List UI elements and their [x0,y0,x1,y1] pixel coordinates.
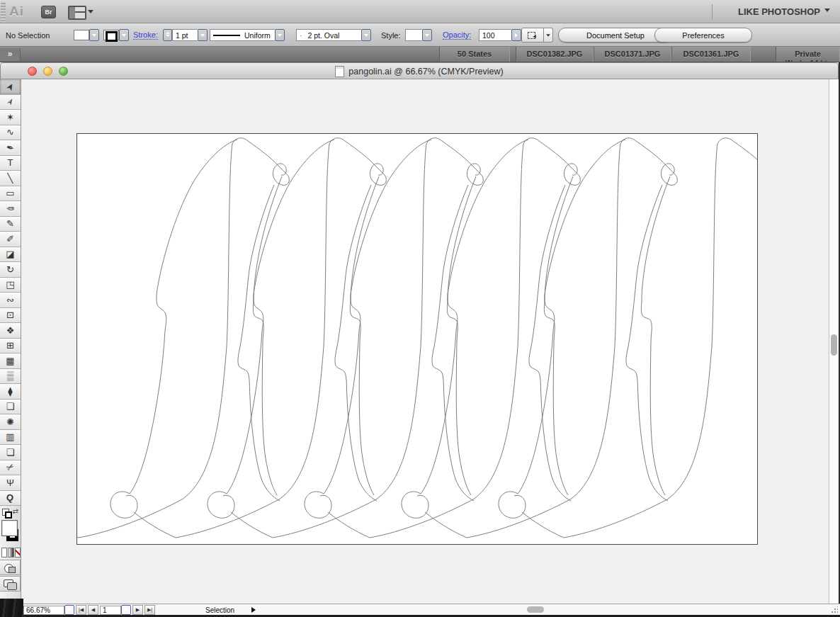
brush-definition-control[interactable]: Uniform [210,23,285,47]
appbar-grip[interactable] [1,1,6,22]
opacity-panel-link[interactable]: Opacity: [443,30,471,40]
artboard-number-caret-button[interactable] [121,605,131,615]
direct-selection-tool[interactable]: ➢ [0,95,21,111]
vertical-scrollbar-thumb[interactable] [831,334,837,356]
magic-wand-tool-icon: ✶ [6,112,14,123]
blob-brush-tool-icon: ✐ [6,234,14,244]
stroke-weight-control[interactable]: 1 pt [163,23,208,47]
graphic-style-caret-button[interactable] [422,29,432,41]
panel-collapse-chevron[interactable]: » [0,48,21,61]
opacity-caret-button[interactable] [511,29,521,41]
arrange-documents-icon[interactable] [68,6,86,20]
column-graph-tool[interactable]: ▥ [0,430,21,446]
shape-builder-tool[interactable]: ❖ [0,323,21,339]
stroke-weight-caret-button[interactable] [198,29,208,41]
paintbrush-tool[interactable]: ✏ [0,201,21,217]
fill-caret-button[interactable] [89,29,99,41]
previous-artboard-button[interactable]: ◀ [88,605,98,615]
width-profile-caret-button[interactable] [361,29,371,41]
background-doc-tab[interactable]: DSC01361.JPG [671,47,751,62]
pencil-tool[interactable]: ✎ [0,217,21,232]
blend-tool[interactable]: ❑ [0,400,21,415]
fill-stroke-indicator[interactable] [0,519,21,547]
eraser-tool[interactable]: ◪ [0,247,21,263]
scale-tool[interactable]: ◳ [0,278,21,293]
stroke-swatch[interactable] [103,30,119,40]
none-mode-button[interactable] [15,548,21,557]
lasso-tool[interactable]: ∿ [0,125,21,141]
status-bar: 66.67% |◀ ◀ 1 ▶ ▶| Selection [0,604,840,615]
tools-panel: ➤➢✶∿✒T╲▭✏✎✐◪↻◳∾⊡❖⊞▦▒⧫❑✺▥❏✂ΨQ ⇄ [0,79,21,599]
eraser-tool-icon: ◪ [6,249,14,259]
artboard-number-field[interactable]: 1 [100,606,121,615]
hand-tool[interactable]: Ψ [0,475,21,491]
symbol-sprayer-tool[interactable]: ✺ [0,414,21,430]
background-doc-tab[interactable]: PrivateWorks 14 htr [776,47,840,62]
line-segment-tool[interactable]: ╲ [0,171,21,186]
swap-fill-stroke-icon[interactable]: ⇄ [13,507,18,515]
free-transform-tool[interactable]: ⊡ [0,308,21,324]
zoom-level-caret-button[interactable] [64,605,74,615]
rectangle-tool[interactable]: ▭ [0,186,21,202]
artboard[interactable] [76,133,758,545]
status-mode-label[interactable]: Selection [205,606,234,614]
stroke-color-control[interactable] [103,23,129,47]
artboard-tool[interactable]: ❏ [0,445,21,460]
type-tool[interactable]: T [0,156,21,171]
workspace-caret-icon [824,9,830,15]
rotate-tool[interactable]: ↻ [0,262,21,278]
gradient-tool[interactable]: ▒ [0,369,21,385]
isolate-selected-object-button[interactable]: ➤ [521,28,544,43]
eyedropper-tool[interactable]: ⧫ [0,384,21,400]
stroke-panel-link[interactable]: Stroke: [133,30,158,40]
graphic-style-field[interactable] [405,29,422,41]
window-resize-grip[interactable] [831,606,838,613]
preferences-button[interactable]: Preferences [654,28,752,43]
slice-tool[interactable]: ✂ [0,460,21,476]
next-artboard-button[interactable]: ▶ [132,605,143,615]
width-tool[interactable]: ∾ [0,293,21,308]
pen-tool[interactable]: ✒ [0,140,21,156]
width-profile-control[interactable]: ·2 pt. Oval [296,23,371,47]
last-artboard-button[interactable]: ▶| [144,605,155,615]
arrange-documents-caret-icon[interactable] [88,10,93,16]
screen-mode-button[interactable] [0,576,21,591]
magic-wand-tool[interactable]: ✶ [0,110,21,125]
bridge-button[interactable]: Br [41,6,56,18]
symbol-sprayer-tool-icon: ✺ [6,417,14,427]
horizontal-scrollbar-thumb[interactable] [527,606,544,613]
first-artboard-button[interactable]: |◀ [76,605,86,615]
blob-brush-tool[interactable]: ✐ [0,232,21,247]
opacity-field[interactable]: 100 [479,29,511,41]
paint-mode-buttons [0,547,21,559]
isolate-selection-control[interactable]: ➤ [521,23,553,47]
workspace-switcher[interactable]: LIKE PHOTOSHOP [738,6,830,17]
status-menu-arrow-icon[interactable] [251,607,259,613]
zoom-level-field[interactable]: 66.67% [23,606,64,615]
gradient-mode-button[interactable] [8,548,13,557]
vertical-scrollbar[interactable] [829,79,839,604]
stroke-weight-spinner[interactable] [163,29,172,41]
graphic-style-control[interactable] [405,23,432,47]
brush-definition-caret-button[interactable] [275,29,285,41]
color-mode-button[interactable] [1,548,7,557]
background-doc-tab[interactable]: DSC01382.JPG [516,47,594,62]
fill-color-control[interactable] [74,23,99,47]
fill-indicator[interactable] [1,520,18,536]
pasteboard[interactable] [21,79,829,604]
mesh-tool[interactable]: ▦ [0,353,21,369]
background-doc-tab[interactable]: DSC01371.JPG [594,47,671,62]
background-doc-tab[interactable]: 50 States [439,47,510,62]
default-fill-stroke-icon[interactable] [2,509,9,516]
stroke-weight-field[interactable]: 1 pt [172,29,198,41]
perspective-grid-tool[interactable]: ⊞ [0,339,21,354]
stroke-caret-button[interactable] [119,29,129,41]
fill-stroke-mini-controls[interactable]: ⇄ [0,506,21,519]
drawing-modes-button[interactable] [0,560,21,575]
vector-artwork[interactable] [77,134,757,544]
isolate-caret-button[interactable] [544,28,553,43]
zoom-tool[interactable]: Q [0,491,21,506]
fill-swatch[interactable] [74,30,89,40]
window-title-bar[interactable]: pangolin.ai @ 66.67% (CMYK/Preview) [0,62,839,79]
selection-tool[interactable]: ➤ [0,79,21,95]
